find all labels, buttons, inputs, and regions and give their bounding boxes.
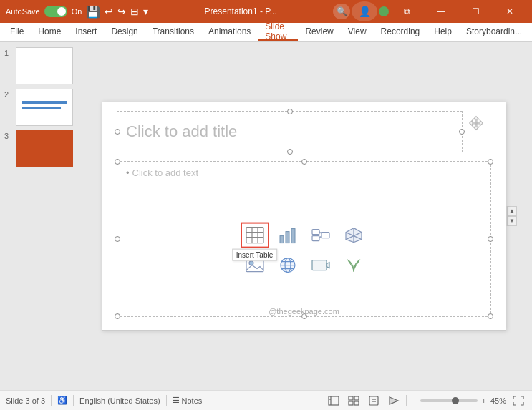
insert-chart-button[interactable] <box>274 222 302 248</box>
cp-handle-top <box>301 159 307 165</box>
cp-handle-tr <box>488 159 493 165</box>
insert-icons-button[interactable] <box>339 252 368 278</box>
restore-button[interactable]: ⧉ <box>390 0 423 23</box>
thumb-line-1 <box>22 101 67 104</box>
cp-handle-right <box>488 236 493 242</box>
close-button[interactable]: ✕ <box>493 0 526 23</box>
designer-icon <box>468 115 484 135</box>
toggle-circle <box>57 7 66 16</box>
avatar[interactable]: 👤 <box>352 1 377 21</box>
svg-rect-27 <box>329 396 339 405</box>
slide-thumb-box-2 <box>16 89 73 126</box>
tab-view[interactable]: View <box>341 23 374 41</box>
tab-home[interactable]: Home <box>31 23 68 41</box>
svg-point-18 <box>249 260 253 265</box>
search-button[interactable]: 🔍 <box>333 4 350 19</box>
insert-table-button[interactable]: Insert Table <box>241 222 269 248</box>
title-placeholder-text: Click to add title <box>126 122 237 141</box>
svg-rect-32 <box>349 401 353 405</box>
svg-rect-7 <box>291 228 295 243</box>
notes-button[interactable]: ☰ Notes <box>173 396 203 405</box>
zoom-slider[interactable] <box>420 399 478 402</box>
accessibility-button[interactable]: ♿ <box>57 396 67 405</box>
slide-sorter-button[interactable] <box>346 393 362 409</box>
tab-animations[interactable]: Animations <box>201 23 258 41</box>
status-divider <box>51 395 52 406</box>
zoom-out-icon[interactable]: − <box>411 396 415 405</box>
slide-thumb-box-1 <box>16 47 73 84</box>
scroll-down-button[interactable]: ▼ <box>507 216 517 226</box>
content-area: Click to add title <box>86 42 532 390</box>
scroll-up-button[interactable]: ▲ <box>507 206 517 216</box>
minimize-button[interactable]: — <box>425 0 458 23</box>
thumb-line-2 <box>22 107 61 109</box>
slide-number-1: 1 <box>4 47 13 57</box>
tab-review[interactable]: Review <box>298 23 340 41</box>
insert-online-picture-button[interactable] <box>274 252 302 278</box>
insert-3d-button[interactable] <box>339 222 368 248</box>
content-placeholder[interactable]: • Click to add text <box>117 161 491 317</box>
zoom-percent[interactable]: 45% <box>490 396 506 405</box>
tab-help[interactable]: Help <box>427 23 459 41</box>
normal-view-button[interactable] <box>326 393 342 409</box>
slideshow-button[interactable] <box>386 393 402 409</box>
status-left: Slide 3 of 3 ♿ English (United States) ☰… <box>6 395 317 406</box>
svg-marker-25 <box>327 262 329 268</box>
customize-icon[interactable]: ⊟ <box>130 6 139 17</box>
insert-icons-grid: Insert Table <box>241 222 368 278</box>
zoom-thumb <box>452 397 459 404</box>
redo-icon[interactable]: ↪ <box>117 6 126 17</box>
icons-row-1: Insert Table <box>241 222 368 248</box>
svg-rect-34 <box>369 396 378 405</box>
title-bar-controls: 🔍 👤 ⧉ — ☐ ✕ <box>333 0 526 23</box>
title-placeholder[interactable]: Click to add title <box>117 111 463 152</box>
autosave-label: AutoSave <box>6 7 40 16</box>
slide-red-bg <box>17 132 72 166</box>
tab-transitions[interactable]: Transitions <box>145 23 201 41</box>
cp-handle-br <box>488 313 493 319</box>
status-dot <box>379 6 389 16</box>
insert-smartart-button[interactable] <box>306 222 335 248</box>
slide-thumbnail-1[interactable]: 1 <box>4 47 82 84</box>
language-label: English (United States) <box>79 396 160 405</box>
reading-view-button[interactable] <box>366 393 382 409</box>
cp-handle-left <box>115 236 120 242</box>
user-icon: 👤 <box>359 6 371 17</box>
notes-icon: ☰ <box>173 396 180 405</box>
tab-design[interactable]: Design <box>104 23 145 41</box>
tab-storyboard[interactable]: Storyboardin... <box>459 23 529 41</box>
handle-bottom <box>287 149 293 155</box>
tab-slideshow[interactable]: Slide Show <box>258 23 298 41</box>
maximize-button[interactable]: ☐ <box>459 0 492 23</box>
undo-icon[interactable]: ↩ <box>105 6 113 17</box>
svg-rect-24 <box>312 260 327 270</box>
slide-thumb-box-3 <box>16 130 73 167</box>
insert-video-button[interactable] <box>306 252 335 278</box>
svg-rect-5 <box>280 235 284 243</box>
handle-left <box>115 129 120 135</box>
fit-to-window-button[interactable] <box>511 393 526 409</box>
slide-canvas: Click to add title <box>102 102 506 331</box>
window-title: Presentation1 - P... <box>148 6 333 16</box>
status-divider4 <box>406 395 407 406</box>
slide-thumbnail-3[interactable]: 3 <box>4 130 82 167</box>
slide-info: Slide 3 of 3 <box>6 396 45 405</box>
tab-file[interactable]: File <box>3 23 31 41</box>
tab-recording[interactable]: Recording <box>374 23 427 41</box>
status-right: − + 45% <box>326 393 526 409</box>
svg-rect-31 <box>354 396 359 400</box>
title-bar-left: AutoSave On 💾 ↩ ↪ ⊟ ▾ <box>6 5 148 19</box>
content-bullet-row: • Click to add text <box>126 167 198 178</box>
svg-rect-0 <box>246 227 263 243</box>
autosave-toggle[interactable] <box>44 6 67 17</box>
notes-label: Notes <box>182 396 203 405</box>
zoom-in-icon[interactable]: + <box>482 396 486 405</box>
save-icon[interactable]: 💾 <box>86 5 100 19</box>
slide-thumbnail-2[interactable]: 2 <box>4 89 82 126</box>
right-scrollbar[interactable]: ▲ ▼ <box>506 206 516 226</box>
tab-insert[interactable]: Insert <box>68 23 104 41</box>
status-divider3 <box>166 395 167 406</box>
dropdown-icon[interactable]: ▾ <box>143 6 148 17</box>
main-layout: 1 2 3 <box>0 42 532 390</box>
svg-marker-37 <box>390 397 398 404</box>
